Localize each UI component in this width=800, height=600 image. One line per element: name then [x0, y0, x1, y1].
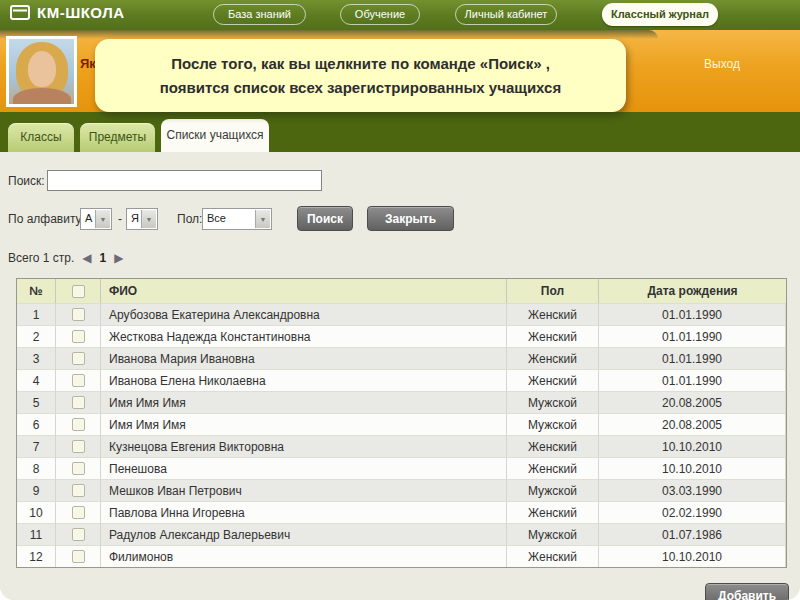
row-checkbox[interactable]	[72, 506, 85, 519]
topbar-nav-item[interactable]: Классный журнал	[602, 3, 718, 26]
cell-checkbox	[56, 325, 101, 347]
cell-num: 3	[17, 347, 56, 369]
row-checkbox[interactable]	[72, 440, 85, 453]
tab-item[interactable]: Предметы	[80, 123, 155, 152]
cell-checkbox	[56, 303, 101, 325]
cell-birthdate: 01.01.1990	[599, 347, 786, 369]
row-checkbox[interactable]	[72, 418, 85, 431]
cell-gender: Мужской	[507, 413, 599, 435]
close-button[interactable]: Закрыть	[367, 206, 454, 231]
cell-num: 9	[17, 479, 56, 501]
search-input[interactable]	[47, 170, 322, 191]
header-num: №	[17, 279, 56, 303]
pagination: Всего 1 стр. ◀ 1 ▶	[8, 250, 131, 266]
cell-checkbox	[56, 391, 101, 413]
table-row: 6Имя Имя ИмяМужской20.08.2005	[17, 413, 786, 435]
cell-gender: Мужской	[507, 479, 599, 501]
chevron-down-icon: ▼	[255, 210, 270, 228]
topbar-nav-item[interactable]: Обучение	[340, 4, 420, 25]
tooltip-line-1: После того, как вы щелкните по команде «…	[171, 52, 550, 75]
header-checkbox-cell	[56, 279, 101, 303]
chevron-down-icon: ▼	[95, 210, 110, 228]
prev-page-arrow-icon[interactable]: ◀	[82, 251, 91, 265]
cell-gender: Женский	[507, 435, 599, 457]
header-fio: ФИО	[101, 279, 507, 303]
alphabet-from-select[interactable]: А ▼	[80, 208, 112, 230]
cell-birthdate: 01.01.1990	[599, 303, 786, 325]
cell-fio: Жесткова Надежда Константиновна	[101, 325, 507, 347]
cell-birthdate: 01.01.1990	[599, 369, 786, 391]
row-checkbox[interactable]	[72, 308, 85, 321]
next-page-arrow-icon[interactable]: ▶	[114, 251, 123, 265]
cell-birthdate: 01.07.1986	[599, 523, 786, 545]
gender-filter-label: Пол:	[177, 212, 202, 226]
pagination-total-label: Всего 1 стр.	[8, 251, 74, 265]
cell-num: 8	[17, 457, 56, 479]
user-avatar	[6, 36, 77, 107]
user-banner: Яко (10) Выход После того, как вы щелкни…	[0, 30, 800, 112]
select-all-checkbox[interactable]	[72, 285, 85, 298]
cell-fio: Иванова Елена Николаевна	[101, 369, 507, 391]
cell-birthdate: 20.08.2005	[599, 413, 786, 435]
logout-link[interactable]: Выход	[704, 57, 740, 71]
cell-birthdate: 02.02.1990	[599, 501, 786, 523]
cell-gender: Мужской	[507, 391, 599, 413]
range-dash: -	[118, 212, 122, 226]
table-row: 2Жесткова Надежда КонстантиновнаЖенский0…	[17, 325, 786, 347]
cell-num: 6	[17, 413, 56, 435]
row-checkbox[interactable]	[72, 352, 85, 365]
cell-birthdate: 03.03.1990	[599, 479, 786, 501]
search-button[interactable]: Поиск	[297, 206, 353, 231]
cell-gender: Женский	[507, 545, 599, 567]
cell-gender: Женский	[507, 325, 599, 347]
cell-gender: Женский	[507, 303, 599, 325]
cell-checkbox	[56, 501, 101, 523]
main-content: Поиск: По алфавиту: А ▼ - Я ▼ Пол: Все ▼…	[0, 152, 800, 600]
cell-num: 1	[17, 303, 56, 325]
avatar-photo	[9, 39, 74, 104]
row-checkbox[interactable]	[72, 396, 85, 409]
table-row: 4Иванова Елена НиколаевнаЖенский01.01.19…	[17, 369, 786, 391]
cell-checkbox	[56, 369, 101, 391]
topbar-nav-item[interactable]: База знаний	[213, 4, 306, 25]
cell-gender: Женский	[507, 501, 599, 523]
gender-select[interactable]: Все ▼	[202, 208, 272, 230]
alphabet-to-select[interactable]: Я ▼	[126, 208, 158, 230]
row-checkbox[interactable]	[72, 550, 85, 563]
header-gender: Пол	[507, 279, 599, 303]
cell-num: 2	[17, 325, 56, 347]
row-checkbox[interactable]	[72, 528, 85, 541]
cell-checkbox	[56, 523, 101, 545]
cell-checkbox	[56, 545, 101, 567]
banner-shadow	[0, 30, 658, 39]
row-checkbox[interactable]	[72, 330, 85, 343]
row-checkbox[interactable]	[72, 374, 85, 387]
table-header-row: № ФИО Пол Дата рождения	[17, 279, 786, 303]
cell-num: 10	[17, 501, 56, 523]
cell-birthdate: 10.10.2010	[599, 435, 786, 457]
row-checkbox[interactable]	[72, 484, 85, 497]
table-row: 9Мешков Иван ПетровичМужской03.03.1990	[17, 479, 786, 501]
table-row: 10Павлова Инна ИгоревнаЖенский02.02.1990	[17, 501, 786, 523]
tooltip-line-2: появится список всех зарегистрированных …	[160, 76, 561, 99]
students-table: № ФИО Пол Дата рождения 1Арубозова Екате…	[16, 278, 787, 568]
cell-birthdate: 20.08.2005	[599, 391, 786, 413]
tab-item[interactable]: Списки учащихся	[161, 119, 269, 152]
add-button[interactable]: Добавить	[705, 583, 789, 600]
app-window: КМ-ШКОЛА База знанийОбучениеЛичный кабин…	[0, 0, 800, 600]
help-tooltip: После того, как вы щелкните по команде «…	[95, 39, 626, 112]
table-body: 1Арубозова Екатерина АлександровнаЖенски…	[17, 303, 786, 567]
cell-fio: Кузнецова Евгения Викторовна	[101, 435, 507, 457]
cell-fio: Мешков Иван Петрович	[101, 479, 507, 501]
cell-gender: Мужской	[507, 523, 599, 545]
cell-checkbox	[56, 479, 101, 501]
cell-fio: Филимонов	[101, 545, 507, 567]
cell-checkbox	[56, 347, 101, 369]
row-checkbox[interactable]	[72, 462, 85, 475]
cell-fio: Иванова Мария Ивановна	[101, 347, 507, 369]
current-page-number: 1	[100, 251, 107, 265]
topbar-nav-item[interactable]: Личный кабинет	[455, 4, 557, 25]
tab-item[interactable]: Классы	[8, 123, 74, 152]
header-birthdate: Дата рождения	[599, 279, 786, 303]
cell-checkbox	[56, 413, 101, 435]
